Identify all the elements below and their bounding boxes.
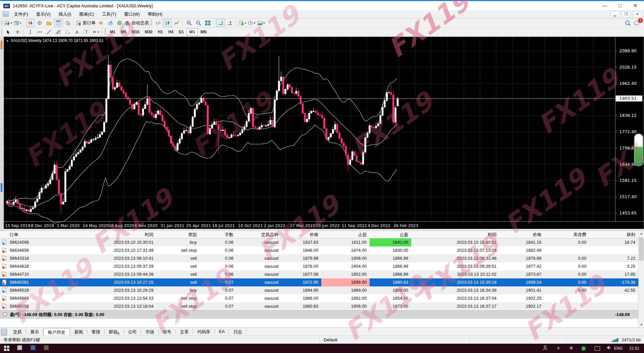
timeframe-h1[interactable]: H1 <box>155 28 165 36</box>
terminal-tab-信号[interactable]: 信号 <box>159 328 176 336</box>
column-header[interactable]: 价格 <box>281 231 321 238</box>
terminal-tab-日志[interactable]: 日志 <box>229 328 246 336</box>
periods-button[interactable]: ▾ <box>247 19 256 27</box>
terminal-tab-市场[interactable]: 市场 <box>141 328 159 336</box>
horizontal-line-tool-button[interactable] <box>35 28 44 36</box>
maximize-button[interactable]: □ <box>613 2 627 10</box>
market-watch-button[interactable] <box>26 19 35 27</box>
indicators-button[interactable]: ▾ <box>238 19 247 27</box>
menu-item[interactable]: 帮助(H) <box>144 10 166 19</box>
toolbar-handle[interactable] <box>151 20 152 26</box>
arrows-tool-button[interactable]: ▾ <box>91 28 100 36</box>
scroll-indicator[interactable] <box>634 134 643 166</box>
table-scrollbar[interactable]: ▲ ▼ <box>638 231 644 328</box>
data-window-button[interactable] <box>35 19 44 27</box>
terminal-button[interactable] <box>54 19 63 27</box>
taskbar-app-icon[interactable] <box>44 345 49 350</box>
bar-chart-mode-button[interactable] <box>154 19 162 27</box>
terminal-tab-交易[interactable]: 交易 <box>9 328 26 336</box>
order-row[interactable]: 566498692023.03.13 13:54:33sell stop0.07… <box>0 294 638 302</box>
scroll-down-icon[interactable]: ▼ <box>639 322 644 328</box>
order-row[interactable]: 566346562023.03.10 17:31:49sell stop0.06… <box>0 246 638 254</box>
notifications-button[interactable]: 1 <box>633 19 641 27</box>
menu-item[interactable]: 图表(C) <box>75 10 98 19</box>
metaeditor-button[interactable] <box>97 19 105 27</box>
column-header[interactable]: 类型 <box>157 231 200 238</box>
terminal-tab-公司[interactable]: 公司 <box>124 328 141 336</box>
mdi-minimize-button[interactable]: ▁ <box>610 11 620 18</box>
terminal-tab-邮箱[interactable]: 邮箱6 <box>105 328 124 336</box>
chart-profile-button[interactable] <box>106 19 115 27</box>
tray-network-icon[interactable]: ⊕ <box>569 345 573 350</box>
mdi-restore-button[interactable]: ❐ <box>621 11 631 18</box>
start-button-icon[interactable] <box>4 346 9 351</box>
terminal-tab-展示[interactable]: 展示 <box>26 328 43 336</box>
menu-item[interactable]: 窗口(W) <box>120 10 144 19</box>
column-header[interactable]: 止损 <box>321 231 370 238</box>
toolbar-handle[interactable] <box>105 29 106 35</box>
templates-button[interactable]: ▾ <box>257 19 265 27</box>
column-header[interactable]: 订单 <box>0 231 53 238</box>
cursor-tool-button[interactable] <box>4 28 13 36</box>
menu-item[interactable]: 文件(F) <box>10 10 32 19</box>
sounds-button[interactable] <box>115 19 124 27</box>
terminal-tab-代码库[interactable]: 代码库 <box>193 328 215 336</box>
order-row[interactable]: 566433182023.03.13 08:10:41sell0.06xauus… <box>0 254 638 262</box>
taskbar-app-icon[interactable] <box>17 345 22 350</box>
ticker-dock-icon[interactable] <box>1 329 7 335</box>
column-header[interactable]: 交易品种 <box>236 231 281 238</box>
toolbar-handle[interactable] <box>1 29 3 35</box>
channel-tool-button[interactable]: E <box>54 28 63 36</box>
order-row[interactable]: 566447102023.03.13 09:44:39sell0.06xauus… <box>0 270 638 278</box>
order-row[interactable]: 566492582023.03.13 13:18:04sell stop0.07… <box>0 302 638 310</box>
fibonacci-tool-button[interactable]: F <box>63 28 72 36</box>
taskbar-language[interactable]: ENG <box>614 346 623 351</box>
order-row[interactable]: 566245992023.03.10 15:30:01buy0.06xauusd… <box>0 238 638 246</box>
vertical-line-tool-button[interactable] <box>26 28 35 36</box>
order-row[interactable]: 566452612023.03.13 10:27:25sell0.07xauus… <box>0 278 638 286</box>
profiles-button[interactable]: ▾ <box>13 19 22 27</box>
trendline-tool-button[interactable] <box>45 28 53 36</box>
tile-windows-button[interactable] <box>203 19 212 27</box>
mdi-close-button[interactable]: ✕ <box>633 11 642 18</box>
crosshair-tool-button[interactable] <box>13 28 22 36</box>
timeframe-m5[interactable]: M5 <box>118 28 129 36</box>
timeframe-w1[interactable]: W1 <box>186 28 198 36</box>
menu-item[interactable]: 显示(V) <box>32 10 55 19</box>
order-row[interactable]: 566446282023.03.13 09:37:29sell0.06xauus… <box>0 262 638 270</box>
timeframe-d1[interactable]: D1 <box>176 28 186 36</box>
tray-chevron-icon[interactable]: ∧ <box>557 345 560 350</box>
column-header[interactable]: 获利 <box>589 231 638 238</box>
timeframe-m15[interactable]: M15 <box>129 28 142 36</box>
timeframe-mn[interactable]: MN <box>198 28 209 36</box>
search-button[interactable] <box>623 19 632 27</box>
chart-area[interactable]: ▼XAUUSD,Weekly 1874.13 1909.70 1871.55 1… <box>4 37 644 229</box>
text-label-tool-button[interactable]: T <box>82 28 91 36</box>
close-button[interactable]: ✕ <box>628 2 643 10</box>
taskbar-clock[interactable]: 21:51 <box>629 346 639 351</box>
toolbar-handle[interactable] <box>1 20 3 26</box>
tray-people-icon[interactable] <box>543 345 547 350</box>
menu-item[interactable]: 工具(T) <box>98 10 120 19</box>
history-table-header[interactable]: 订单时间类型手数交易品种价格止损止盈时间价格库存费获利 <box>0 231 638 238</box>
scroll-up-icon[interactable]: ▲ <box>639 231 644 236</box>
column-header[interactable]: 手数 <box>200 231 236 238</box>
column-header[interactable]: 时间 <box>53 231 157 238</box>
terminal-tab-文章[interactable]: 文章 <box>176 328 193 336</box>
column-header[interactable]: 时间 <box>411 231 499 238</box>
auto-scroll-button[interactable] <box>216 19 225 27</box>
column-header[interactable]: 止盈 <box>370 231 411 238</box>
zoom-in-button[interactable] <box>185 19 193 27</box>
candlestick-mode-button[interactable] <box>163 19 171 27</box>
tray-speaker-icon[interactable] <box>607 345 612 350</box>
tray-green-app-icon[interactable] <box>581 346 586 351</box>
strategy-tester-button[interactable] <box>63 19 72 27</box>
scroll-thumb[interactable] <box>639 237 644 261</box>
taskbar-app-icon[interactable] <box>31 345 35 350</box>
chart-shift-button[interactable] <box>225 19 234 27</box>
terminal-tab-新闻[interactable]: 新闻 <box>70 328 87 336</box>
timeframe-h4[interactable]: H4 <box>165 28 176 36</box>
order-row[interactable]: 566495292023.03.13 15:29:29buy0.07xauusd… <box>0 286 638 294</box>
column-header[interactable]: 库存费 <box>544 231 589 238</box>
autotrading-button[interactable]: 自动交易 <box>125 19 149 27</box>
